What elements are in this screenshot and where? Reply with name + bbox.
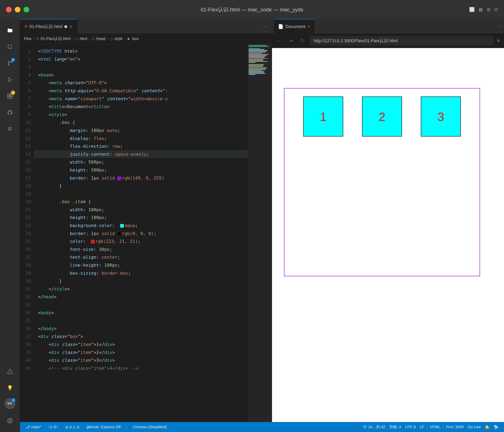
breadcrumb-file-icon: H [36,37,39,41]
status-sync[interactable]: ↑1↓0↑ [47,425,60,429]
status-errors[interactable]: ⊘ 0 ⚠ 0 [63,425,81,429]
code-line-14: justify-content: space-evenly; [34,150,248,158]
window-title: 01-Flex认识.html — mac_code — mac_yyds [201,6,303,13]
sidebar-item-git[interactable]: G [4,123,16,135]
html-file-icon: H [25,24,27,29]
code-line-12: display: flex; [34,134,248,142]
customize-layout-icon[interactable]: ⊟ [495,7,498,12]
status-bell[interactable]: 🔔 [483,425,491,429]
code-line-4: <head> [34,71,248,79]
code-line-21: width: 100px; [34,206,248,214]
svg-rect-5 [8,94,10,96]
sidebar-item-github[interactable] [4,106,16,119]
code-line-3 [34,63,248,71]
code-line-18: } [34,182,248,190]
code-line-19 [34,190,248,198]
code-line-24: border: 1px solid rgb(0, 0, 0); [34,230,248,238]
status-bar: ⎇ main* ↑1↓0↑ ⊘ 0 ⚠ 0 githook: Express O… [20,422,504,432]
maximize-button[interactable] [24,7,29,12]
code-line-10: .box { [34,119,248,127]
traffic-lights [6,7,29,12]
status-githook[interactable]: githook: Express Off [85,425,122,429]
breadcrumb-selector[interactable]: .box [131,37,139,41]
code-line-17: border: 1px solid rgb(149, 0, 255) [34,174,248,182]
preview-tab-document[interactable]: 📄 Document ✕ [274,19,315,34]
preview-item-3: 3 [421,96,461,137]
preview-tab-close[interactable]: ✕ [307,24,310,29]
tab-close-button[interactable]: ✕ [69,25,72,29]
sidebar-item-source-control[interactable]: 4 [4,57,16,69]
code-line-6: <meta http-equiv="X-UA-Compatible" conte… [34,87,248,95]
titlebar-icons: ⬜ ▦ ⊞ ⊟ [469,7,498,12]
breadcrumb-flex[interactable]: Flex [24,37,32,41]
sidebar-item-settings[interactable] [4,415,16,427]
sidebar-item-account[interactable]: MA 1 [4,398,16,410]
status-spaces[interactable]: 空格: 4 [387,424,403,430]
code-line-16: height: 500px; [34,166,248,174]
lang-text: HTML [430,425,441,429]
editor-area: H 01-Flex认识.html ✕ ··· Flex › H 01-Flex认… [20,19,504,422]
status-golive[interactable]: Go Live [466,425,482,429]
code-line-36: </body> [34,325,248,333]
status-language[interactable]: HTML [428,425,442,429]
reload-button[interactable]: ↻ [298,37,306,45]
code-line-11: margin: 100px auto; [34,127,248,134]
code-line-5: <meta charset="UTF-8"> [34,79,248,87]
code-line-22: height: 100px; [34,214,248,222]
code-line-32: </head> [34,293,248,301]
sidebar-item-run[interactable] [4,74,16,86]
code-line-15: width: 500px; [34,158,248,166]
sidebar-item-extensions[interactable]: 3 [4,90,16,102]
svg-point-11 [9,420,11,422]
status-line-col[interactable]: 行 14，列 42 [362,424,387,430]
status-eol[interactable]: LF [418,425,426,429]
svg-point-2 [8,64,9,66]
editor-tab-more[interactable]: ··· [259,23,272,30]
sidebar-item-warning[interactable] [4,366,16,377]
svg-marker-4 [8,78,11,82]
code-line-9: <style> [34,111,248,119]
status-branch[interactable]: ⎇ main* [24,425,43,429]
svg-rect-7 [8,96,10,98]
code-line-23: background-color: aqua; [34,222,248,230]
status-encoding[interactable]: UTF-8 [403,425,417,429]
breadcrumb: Flex › H 01-Flex认识.html › ◇ html › ◇ hea… [20,34,272,44]
split-editor-icon[interactable]: ⬜ [469,7,475,12]
code-line-2: <html lang="en"> [34,55,248,63]
breadcrumb-html[interactable]: html [80,37,87,41]
address-bar: ← → ↻ http://127.0.0.1:3000/Flex/01-Flex… [272,34,504,48]
browser-menu-icon[interactable]: ≡ [497,38,500,44]
breadcrumb-style[interactable]: style [114,37,123,41]
code-line-28: line-height: 100px; [34,261,248,269]
sidebar-item-files[interactable] [4,24,16,37]
breadcrumb-head[interactable]: head [96,37,105,41]
preview-tab-more[interactable]: ··· [498,23,502,29]
status-language-mode[interactable]: Chinese (Simplified) [131,425,168,429]
minimize-button[interactable] [15,7,20,12]
code-line-34: <body> [34,309,248,317]
forward-button[interactable]: → [287,37,295,45]
code-line-38: <div class="item">1</div> [34,340,248,348]
code-line-40: <div class="item">3</div> [34,356,248,364]
sidebar-item-bulb[interactable]: 💡 [4,382,16,394]
breadcrumb-filename[interactable]: 01-Flex认识.html [41,36,71,41]
bell-icon: 🔔 [485,425,490,429]
breadcrumb-style-icon: ◇ [110,37,113,41]
code-line-31: </style> [34,285,248,293]
editor-layout-icon[interactable]: ▦ [479,7,483,12]
preview-tab-bar: 📄 Document ✕ ··· [272,19,504,34]
preview-content: 1 2 3 [272,48,504,422]
layout-icon[interactable]: ⊞ [487,7,490,12]
code-editor[interactable]: 12345 678910 1112131415 1617181920 21222… [20,44,272,422]
code-text[interactable]: <!DOCTYPE html> <html lang="en"> <head> … [34,44,248,422]
back-button[interactable]: ← [276,37,284,45]
status-broadcast[interactable]: 📡 [492,425,500,429]
sidebar-item-search[interactable] [4,41,16,53]
document-tab-icon: 📄 [278,24,283,29]
url-input[interactable]: http://127.0.0.1:3000/Flex/01-Flex认识.htm… [310,36,494,46]
status-port[interactable]: Port: 3000 [445,425,465,429]
svg-point-0 [8,45,12,49]
editor-panel: H 01-Flex认识.html ✕ ··· Flex › H 01-Flex认… [20,19,272,422]
editor-tab-html[interactable]: H 01-Flex认识.html ✕ [20,19,78,34]
close-button[interactable] [6,7,12,12]
